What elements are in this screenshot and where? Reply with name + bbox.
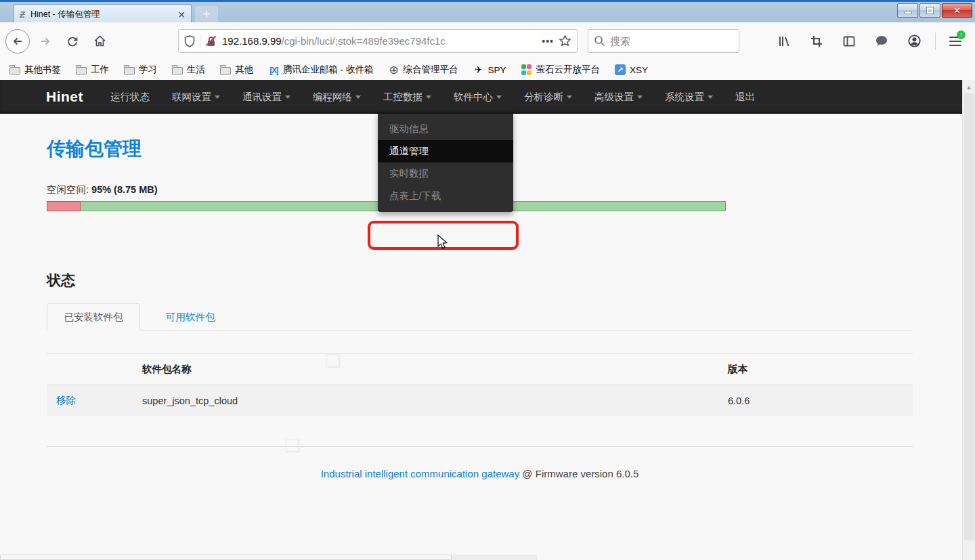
tab-available-packages[interactable]: 可用软件包: [155, 303, 226, 330]
bookmark-xsy[interactable]: ↗XSY: [615, 64, 648, 75]
menu-button[interactable]: ↑: [945, 30, 968, 53]
horizontal-scrollbar-thumb[interactable]: [0, 555, 452, 560]
bookmark-spy[interactable]: ✈SPY: [473, 64, 506, 75]
page-footer: Industrial intelligent communication gat…: [47, 468, 913, 479]
col-package-name: 软件包名称: [142, 354, 728, 385]
url-host: 192.168.9.99: [222, 35, 282, 47]
new-tab-button[interactable]: +: [195, 6, 218, 24]
col-version: 版本: [728, 354, 913, 385]
titlebar: Z Hinet - 传输包管理 ✕ + ✕: [0, 0, 975, 22]
urlbar-divider: [200, 34, 200, 49]
restore-icon: [927, 7, 933, 14]
close-button[interactable]: ✕: [942, 3, 972, 18]
library-icon: [777, 35, 791, 48]
toolbar-divider: [935, 33, 936, 50]
package-tabs: 已安装软件包 可用软件包: [47, 303, 913, 330]
horizontal-scrollbar[interactable]: [0, 555, 537, 560]
window-controls: ✕: [897, 3, 972, 18]
bookmarks-bar: 其他书签 工作 学习 生活 其他 [X]腾讯企业邮箱 - 收件箱 ⊕综合管理平台…: [0, 60, 975, 80]
xsy-icon: ↗: [615, 64, 626, 75]
package-name-cell: super_json_tcp_cloud: [142, 385, 728, 416]
tab-title: Hinet - 传输包管理: [30, 9, 172, 20]
chat-bubble-icon: [875, 35, 889, 47]
free-space-value: 95% (8.75 MB): [91, 184, 158, 195]
sidebar-button[interactable]: [838, 30, 861, 53]
minimize-icon: [904, 11, 912, 14]
tencent-mail-icon: [X]: [268, 64, 279, 75]
globe-icon: ⊕: [389, 64, 399, 75]
forward-button[interactable]: [34, 30, 57, 53]
bookmark-star-icon[interactable]: [559, 35, 571, 47]
url-bar[interactable]: 192.168.9.99/cgi-bin/luci/;stok=489fe39e…: [178, 29, 578, 53]
forward-icon: [39, 35, 52, 48]
tab-installed-packages[interactable]: 已安装软件包: [47, 303, 140, 330]
insecure-lock-icon: [205, 35, 217, 47]
bookmark-folder-misc[interactable]: 其他: [220, 64, 253, 76]
status-heading: 状态: [47, 271, 913, 290]
restore-button[interactable]: [919, 3, 940, 18]
spy-icon: ✈: [473, 64, 484, 75]
menu-item-driver-info[interactable]: 驱动信息: [378, 118, 513, 140]
bookmark-folder-other-bookmarks[interactable]: 其他书签: [9, 64, 61, 76]
sidebar-icon: [842, 35, 856, 48]
bookmark-mgmt-platform[interactable]: ⊕综合管理平台: [389, 64, 458, 76]
bookmark-folder-study[interactable]: 学习: [124, 64, 157, 76]
tab-close-icon[interactable]: ✕: [177, 9, 186, 20]
back-icon: [11, 35, 24, 48]
hamburger-icon: ↑: [949, 35, 964, 47]
watermark: ❏: [325, 351, 341, 372]
url-text[interactable]: 192.168.9.99/cgi-bin/luci/;stok=489fe39e…: [222, 35, 537, 47]
folder-icon: [220, 67, 231, 74]
menu-item-point-table[interactable]: 点表上/下载: [378, 185, 513, 207]
tracking-shield-icon: [184, 35, 195, 47]
folder-icon: [124, 67, 135, 74]
progress-used-segment: [47, 201, 81, 211]
reload-icon: [66, 35, 79, 48]
messenger-extension-button[interactable]: [870, 30, 893, 53]
col-action: [47, 354, 142, 385]
back-button[interactable]: [5, 29, 30, 53]
folder-icon: [172, 67, 183, 74]
bookmark-folder-life[interactable]: 生活: [172, 64, 205, 76]
search-icon: [594, 35, 605, 47]
url-path: /cgi-bin/luci/;stok=489fe39ec794fc1c: [282, 35, 446, 47]
browser-window: Z Hinet - 传输包管理 ✕ + ✕: [0, 0, 975, 560]
table-header-row: 软件包名称 版本: [47, 354, 913, 385]
browser-toolbar: 192.168.9.99/cgi-bin/luci/;stok=489fe39e…: [0, 22, 975, 60]
bookmark-ys-cloud[interactable]: 萤石云开放平台: [521, 64, 601, 76]
library-button[interactable]: [773, 30, 796, 53]
screenshot-button[interactable]: [805, 30, 828, 53]
remove-link[interactable]: 移除: [56, 395, 76, 406]
divider: [47, 446, 913, 447]
package-table: 软件包名称 版本 移除 super_json_tcp_cloud 6.0.6: [47, 353, 913, 416]
search-input[interactable]: [610, 35, 718, 47]
folder-icon: [9, 67, 20, 74]
browser-tab[interactable]: Z Hinet - 传输包管理 ✕: [14, 4, 192, 24]
bookmark-tencent-mail[interactable]: [X]腾讯企业邮箱 - 收件箱: [268, 64, 374, 76]
industrial-data-dropdown: 驱动信息 通道管理 实时数据 点表上/下载: [378, 114, 513, 212]
search-box[interactable]: [588, 29, 739, 53]
minimize-button[interactable]: [897, 3, 918, 18]
menu-item-realtime-data[interactable]: 实时数据: [378, 163, 513, 185]
account-button[interactable]: [903, 30, 926, 53]
folder-icon: [76, 67, 87, 74]
tab-favicon-icon: Z: [20, 9, 25, 20]
reload-button[interactable]: [61, 30, 84, 53]
bookmark-folder-work[interactable]: 工作: [76, 64, 109, 76]
home-button[interactable]: [88, 30, 111, 53]
firmware-version-text: @ Firmware version 6.0.5: [519, 468, 638, 479]
package-version-cell: 6.0.6: [728, 385, 913, 416]
screenshot-crop-icon: [810, 35, 823, 48]
home-icon: [93, 34, 107, 48]
menu-item-channel-management[interactable]: 通道管理: [378, 140, 513, 163]
page-actions-icon[interactable]: •••: [542, 36, 554, 47]
vertical-scrollbar-thumb[interactable]: [964, 93, 974, 540]
gateway-link[interactable]: Industrial intelligent communication gat…: [321, 468, 520, 479]
close-icon: ✕: [953, 5, 961, 16]
scroll-up-arrow-icon[interactable]: ▲: [963, 80, 975, 91]
vertical-scrollbar[interactable]: ▲: [962, 80, 975, 560]
page-viewport: Hinet 运行状态 联网设置 通讯设置 编程网络 工控数据 软件中心 分析诊断…: [0, 80, 962, 560]
ys-cloud-icon: [521, 64, 532, 75]
watermark: ❏: [284, 435, 300, 456]
table-row: 移除 super_json_tcp_cloud 6.0.6: [47, 385, 913, 416]
